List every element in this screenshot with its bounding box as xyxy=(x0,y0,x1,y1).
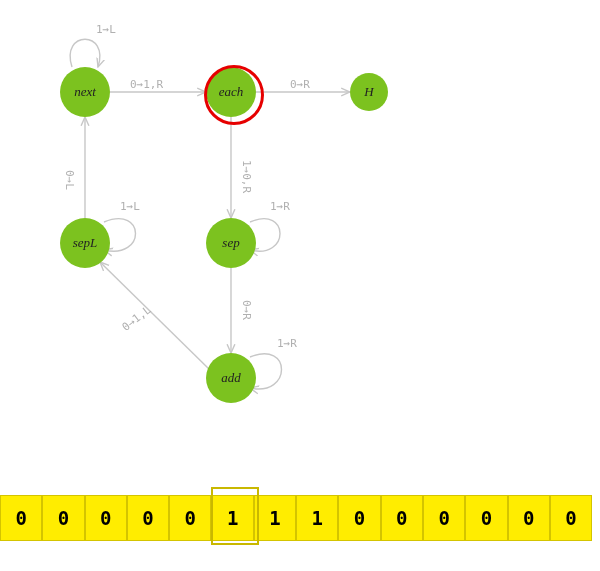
tape-cell[interactable]: 0 xyxy=(465,495,507,541)
edge-label-each-H: 0→R xyxy=(290,78,310,91)
edge-label-sepL-next: 0→L xyxy=(63,170,76,190)
state-label: add xyxy=(221,370,241,386)
tape-cell[interactable]: 1 xyxy=(296,495,338,541)
tape-cell[interactable]: 1 xyxy=(254,495,296,541)
edge-label-add-self: 1→R xyxy=(277,337,297,350)
tape-cell[interactable]: 0 xyxy=(127,495,169,541)
turing-machine-diagram: next each H sepL sep add 1→L 0→1,R 0→R 1… xyxy=(0,0,600,571)
state-sepL[interactable]: sepL xyxy=(60,218,110,268)
tape-cell[interactable]: 0 xyxy=(0,495,42,541)
tape-cell[interactable]: 0 xyxy=(85,495,127,541)
tape-cell[interactable]: 0 xyxy=(169,495,211,541)
tape-cell[interactable]: 0 xyxy=(338,495,380,541)
tape-cell[interactable]: 1 xyxy=(211,495,253,541)
state-halt[interactable]: H xyxy=(350,73,388,111)
edge-label-next-self: 1→L xyxy=(96,23,116,36)
edge-label-sep-add: 0→R xyxy=(240,300,253,320)
edge-label-each-sep: 1→0,R xyxy=(240,160,253,193)
state-each[interactable]: each xyxy=(206,67,256,117)
edge-label-add-sepL: 0→1,L xyxy=(120,303,154,334)
state-next[interactable]: next xyxy=(60,67,110,117)
state-label: each xyxy=(219,84,244,100)
edge-label-sep-self: 1→R xyxy=(270,200,290,213)
state-label: sepL xyxy=(73,235,98,251)
tape-cell[interactable]: 0 xyxy=(42,495,84,541)
state-sep[interactable]: sep xyxy=(206,218,256,268)
tape: 0 0 0 0 0 1 1 1 0 0 0 0 0 0 xyxy=(0,495,592,541)
tape-cell[interactable]: 0 xyxy=(508,495,550,541)
state-label: H xyxy=(364,84,373,100)
edge-label-next-each: 0→1,R xyxy=(130,78,163,91)
state-add[interactable]: add xyxy=(206,353,256,403)
tape-cell[interactable]: 0 xyxy=(423,495,465,541)
state-label: sep xyxy=(222,235,239,251)
tape-cell[interactable]: 0 xyxy=(381,495,423,541)
edge-label-sepL-self: 1→L xyxy=(120,200,140,213)
state-label: next xyxy=(74,84,96,100)
tape-cell[interactable]: 0 xyxy=(550,495,592,541)
